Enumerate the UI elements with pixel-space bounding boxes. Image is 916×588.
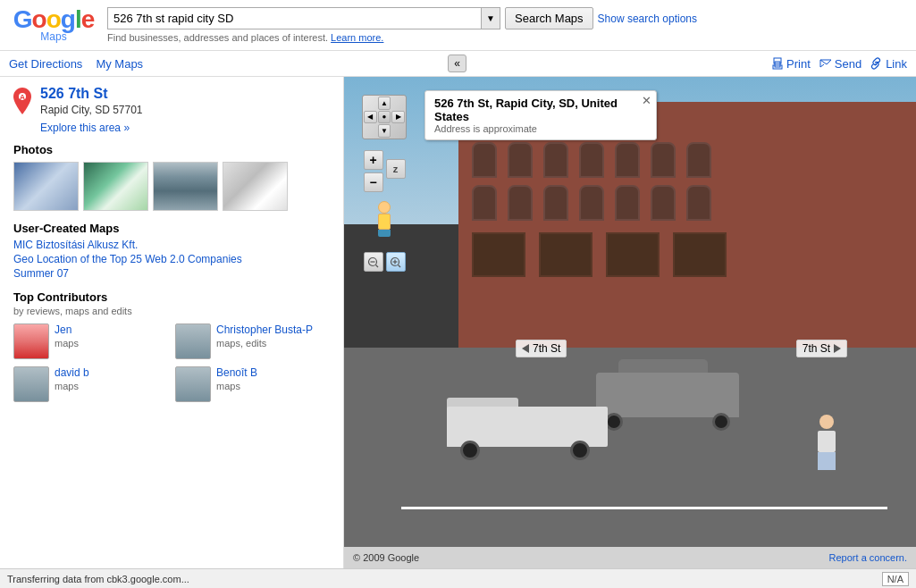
- user-map-link-1[interactable]: MIC Biztosítási Alkusz Kft.: [13, 239, 330, 251]
- map-marker-icon: A: [13, 88, 31, 114]
- photo-thumb-4[interactable]: [223, 162, 288, 211]
- user-map-link-3[interactable]: Summer 07: [13, 267, 330, 280]
- map-area[interactable]: ▲ ◀ ● ▶ ▼ + − z: [344, 77, 916, 568]
- learn-more-link[interactable]: Learn more.: [331, 32, 383, 43]
- link-link[interactable]: Link: [870, 57, 907, 71]
- svg-rect-2: [775, 62, 780, 67]
- info-bubble-title: 526 7th St, Rapid City, SD, United State…: [434, 97, 647, 123]
- search-maps-button[interactable]: Search Maps: [505, 7, 593, 29]
- send-icon: [819, 57, 832, 70]
- street-label-right[interactable]: 7th St: [796, 340, 847, 357]
- photo-thumb-1[interactable]: [13, 162, 79, 211]
- user-map-link-2[interactable]: Geo Location of the Top 25 Web 2.0 Compa…: [13, 253, 330, 265]
- contributor-role-david: maps: [55, 381, 79, 391]
- pegman-icon[interactable]: [376, 201, 392, 241]
- my-maps-link[interactable]: My Maps: [96, 57, 143, 71]
- contributors-subtitle: by reviews, maps and edits: [13, 306, 330, 316]
- contributor-name-benoit[interactable]: Benoît B: [216, 366, 257, 379]
- info-bubble: ✕ 526 7th St, Rapid City, SD, United Sta…: [424, 90, 657, 140]
- report-concern-link[interactable]: Report a concern.: [829, 552, 907, 563]
- window: [472, 185, 497, 221]
- magnifier-controls: [364, 252, 406, 272]
- street-label-left[interactable]: 7th St: [516, 340, 567, 357]
- pan-center-button[interactable]: ●: [378, 111, 391, 124]
- svg-line-6: [376, 265, 379, 267]
- window: [686, 142, 711, 178]
- contributors-grid: Jen maps Christopher Busta-P maps, edits…: [13, 323, 330, 402]
- photos-title: Photos: [13, 143, 330, 156]
- search-input[interactable]: [108, 8, 481, 29]
- zoom-out-button[interactable]: −: [364, 172, 383, 192]
- search-input-wrapper: ▼: [107, 7, 500, 29]
- contributor-name-jen[interactable]: Jen: [55, 323, 79, 336]
- contributor-name-christopher[interactable]: Christopher Busta-P: [216, 323, 313, 336]
- logo-area: Google Maps: [9, 7, 98, 43]
- search-row: ▼ Search Maps Show search options: [107, 7, 907, 29]
- user-maps-section: User-Created Maps MIC Biztosítási Alkusz…: [13, 222, 330, 280]
- zoom-in-mag-button[interactable]: [386, 252, 406, 272]
- building-windows: [458, 133, 916, 286]
- user-maps-title: User-Created Maps: [13, 222, 330, 235]
- location-info: 526 7th St Rapid City, SD 57701: [40, 86, 143, 116]
- location-header: A 526 7th St Rapid City, SD 57701: [13, 86, 330, 116]
- main-area: A 526 7th St Rapid City, SD 57701 Explor…: [0, 77, 916, 568]
- contributor-role-benoit: maps: [216, 381, 240, 391]
- suv-vehicle: [596, 359, 739, 431]
- location-title-link[interactable]: 526 7th St: [40, 86, 108, 101]
- photos-row: [13, 162, 330, 211]
- streetview-background: ▲ ◀ ● ▶ ▼ + − z: [344, 77, 916, 568]
- pan-left-button[interactable]: ◀: [364, 111, 377, 124]
- pan-up-button[interactable]: ▲: [378, 97, 391, 110]
- navigation-controls: ▲ ◀ ● ▶ ▼ + − z: [362, 95, 407, 272]
- street-arrow-right: [834, 344, 841, 353]
- footer-status: Transferring data from cbk3.google.com..…: [7, 574, 189, 584]
- search-dropdown-button[interactable]: ▼: [481, 8, 500, 29]
- google-logo: Google: [13, 7, 94, 32]
- contributor-role-christopher: maps, edits: [216, 338, 266, 349]
- info-bubble-close-button[interactable]: ✕: [642, 94, 651, 107]
- svg-text:A: A: [20, 93, 26, 102]
- maps-logo-label: Maps: [40, 30, 66, 43]
- search-hint: Find businesses, addresses and places of…: [107, 32, 907, 43]
- footer-zoom: N/A: [882, 572, 909, 586]
- window: [651, 185, 676, 221]
- show-search-options-link[interactable]: Show search options: [598, 13, 697, 25]
- collapse-button[interactable]: «: [448, 55, 466, 72]
- photos-section: Photos: [13, 143, 330, 211]
- zoom-label: z: [386, 159, 406, 179]
- photo-thumb-3[interactable]: [153, 162, 218, 211]
- explore-area-link[interactable]: Explore this area »: [40, 122, 330, 134]
- pan-down-button[interactable]: ▼: [378, 124, 391, 138]
- print-icon: [771, 57, 784, 70]
- contributor-avatar-christopher: [175, 323, 211, 359]
- svg-line-9: [399, 265, 401, 267]
- print-link[interactable]: Print: [771, 57, 811, 71]
- search-area: ▼ Search Maps Show search options Find b…: [107, 7, 907, 43]
- zoom-in-button[interactable]: +: [364, 150, 383, 170]
- photo-thumb-2[interactable]: [83, 162, 148, 211]
- contributor-name-david[interactable]: david b: [55, 366, 89, 379]
- contributor-role-jen: maps: [55, 338, 79, 349]
- contributor-avatar-david: [13, 366, 49, 402]
- copyright-text: © 2009 Google: [353, 552, 419, 563]
- pedestrian-figure: [818, 415, 836, 470]
- contributor-row-benoit: Benoît B maps: [175, 366, 330, 402]
- send-link[interactable]: Send: [819, 57, 861, 71]
- toolbar-left: Get Directions My Maps: [9, 57, 143, 71]
- toolbar: Get Directions My Maps « Print Send Link: [0, 51, 916, 77]
- truck-vehicle: [447, 389, 608, 460]
- window: [543, 185, 568, 221]
- contributor-avatar-jen: [13, 323, 49, 359]
- get-directions-link[interactable]: Get Directions: [9, 57, 82, 71]
- link-icon: [870, 57, 883, 70]
- zoom-out-mag-button[interactable]: [364, 252, 383, 272]
- window: [615, 142, 640, 178]
- contributor-avatar-benoit: [175, 366, 211, 402]
- contributors-section: Top Contributors by reviews, maps and ed…: [13, 290, 330, 402]
- window: [508, 142, 533, 178]
- window: [543, 142, 568, 178]
- window-ground: [673, 232, 727, 277]
- compass-control: ▲ ◀ ● ▶ ▼: [362, 95, 407, 139]
- pan-right-button[interactable]: ▶: [391, 111, 405, 124]
- window: [651, 142, 676, 178]
